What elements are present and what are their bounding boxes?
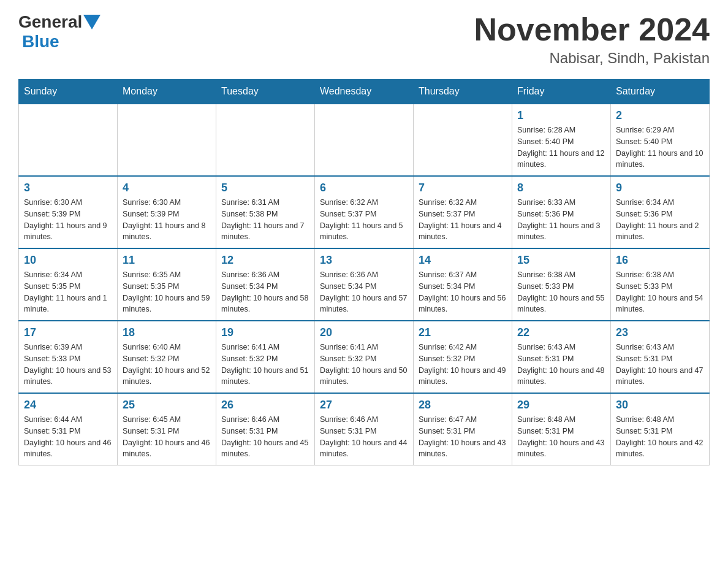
day-number: 20 bbox=[320, 326, 408, 339]
calendar-cell: 10Sunrise: 6:34 AMSunset: 5:35 PMDayligh… bbox=[19, 248, 118, 321]
calendar-cell: 14Sunrise: 6:37 AMSunset: 5:34 PMDayligh… bbox=[414, 248, 512, 321]
calendar-cell: 4Sunrise: 6:30 AMSunset: 5:39 PMDaylight… bbox=[118, 176, 216, 248]
calendar-cell: 23Sunrise: 6:43 AMSunset: 5:31 PMDayligh… bbox=[611, 321, 710, 393]
day-info: Sunrise: 6:48 AMSunset: 5:31 PMDaylight:… bbox=[616, 414, 704, 460]
calendar-cell: 5Sunrise: 6:31 AMSunset: 5:38 PMDaylight… bbox=[216, 176, 315, 248]
calendar-cell: 19Sunrise: 6:41 AMSunset: 5:32 PMDayligh… bbox=[216, 321, 315, 393]
weekday-header-wednesday: Wednesday bbox=[315, 80, 414, 104]
day-info: Sunrise: 6:34 AMSunset: 5:35 PMDaylight:… bbox=[24, 269, 112, 315]
day-number: 21 bbox=[419, 326, 507, 339]
calendar-cell: 12Sunrise: 6:36 AMSunset: 5:34 PMDayligh… bbox=[216, 248, 315, 321]
day-info: Sunrise: 6:43 AMSunset: 5:31 PMDaylight:… bbox=[517, 342, 605, 388]
calendar-cell bbox=[315, 104, 414, 176]
calendar-cell: 17Sunrise: 6:39 AMSunset: 5:33 PMDayligh… bbox=[19, 321, 118, 393]
logo: General Blue bbox=[18, 12, 100, 52]
calendar-cell bbox=[414, 104, 512, 176]
calendar-cell: 3Sunrise: 6:30 AMSunset: 5:39 PMDaylight… bbox=[19, 176, 118, 248]
calendar-cell bbox=[216, 104, 315, 176]
day-number: 10 bbox=[24, 254, 112, 267]
day-info: Sunrise: 6:48 AMSunset: 5:31 PMDaylight:… bbox=[517, 414, 605, 460]
week-row-5: 24Sunrise: 6:44 AMSunset: 5:31 PMDayligh… bbox=[19, 393, 710, 465]
day-info: Sunrise: 6:36 AMSunset: 5:34 PMDaylight:… bbox=[221, 269, 309, 315]
day-info: Sunrise: 6:40 AMSunset: 5:32 PMDaylight:… bbox=[123, 342, 211, 388]
day-info: Sunrise: 6:30 AMSunset: 5:39 PMDaylight:… bbox=[24, 197, 112, 243]
day-info: Sunrise: 6:37 AMSunset: 5:34 PMDaylight:… bbox=[419, 269, 507, 315]
logo-triangle-icon bbox=[83, 15, 100, 29]
day-number: 29 bbox=[517, 399, 605, 412]
day-number: 5 bbox=[221, 182, 309, 194]
calendar-cell: 21Sunrise: 6:42 AMSunset: 5:32 PMDayligh… bbox=[414, 321, 512, 393]
day-info: Sunrise: 6:33 AMSunset: 5:36 PMDaylight:… bbox=[517, 197, 605, 243]
day-number: 7 bbox=[419, 182, 507, 194]
weekday-header-friday: Friday bbox=[512, 80, 611, 104]
day-info: Sunrise: 6:44 AMSunset: 5:31 PMDaylight:… bbox=[24, 414, 112, 460]
calendar-cell: 24Sunrise: 6:44 AMSunset: 5:31 PMDayligh… bbox=[19, 393, 118, 465]
week-row-1: 1Sunrise: 6:28 AMSunset: 5:40 PMDaylight… bbox=[19, 104, 710, 176]
day-number: 28 bbox=[419, 399, 507, 412]
day-number: 25 bbox=[123, 399, 211, 412]
day-number: 4 bbox=[123, 182, 211, 194]
day-info: Sunrise: 6:38 AMSunset: 5:33 PMDaylight:… bbox=[517, 269, 605, 315]
day-info: Sunrise: 6:43 AMSunset: 5:31 PMDaylight:… bbox=[616, 342, 704, 388]
weekday-header-thursday: Thursday bbox=[414, 80, 512, 104]
calendar-cell: 22Sunrise: 6:43 AMSunset: 5:31 PMDayligh… bbox=[512, 321, 611, 393]
calendar-cell: 20Sunrise: 6:41 AMSunset: 5:32 PMDayligh… bbox=[315, 321, 414, 393]
calendar-cell: 18Sunrise: 6:40 AMSunset: 5:32 PMDayligh… bbox=[118, 321, 216, 393]
title-block: November 2024 Nabisar, Sindh, Pakistan bbox=[474, 12, 710, 67]
calendar-cell: 2Sunrise: 6:29 AMSunset: 5:40 PMDaylight… bbox=[611, 104, 710, 176]
day-info: Sunrise: 6:34 AMSunset: 5:36 PMDaylight:… bbox=[616, 197, 704, 243]
day-info: Sunrise: 6:35 AMSunset: 5:35 PMDaylight:… bbox=[123, 269, 211, 315]
day-number: 19 bbox=[221, 326, 309, 339]
day-info: Sunrise: 6:32 AMSunset: 5:37 PMDaylight:… bbox=[419, 197, 507, 243]
calendar-cell: 16Sunrise: 6:38 AMSunset: 5:33 PMDayligh… bbox=[611, 248, 710, 321]
day-number: 22 bbox=[517, 326, 605, 339]
calendar-cell: 27Sunrise: 6:46 AMSunset: 5:31 PMDayligh… bbox=[315, 393, 414, 465]
calendar-cell: 28Sunrise: 6:47 AMSunset: 5:31 PMDayligh… bbox=[414, 393, 512, 465]
weekday-header-saturday: Saturday bbox=[611, 80, 710, 104]
calendar-cell: 6Sunrise: 6:32 AMSunset: 5:37 PMDaylight… bbox=[315, 176, 414, 248]
day-number: 9 bbox=[616, 182, 704, 194]
logo-general-text: General bbox=[18, 12, 82, 32]
day-number: 16 bbox=[616, 254, 704, 267]
day-info: Sunrise: 6:47 AMSunset: 5:31 PMDaylight:… bbox=[419, 414, 507, 460]
day-info: Sunrise: 6:31 AMSunset: 5:38 PMDaylight:… bbox=[221, 197, 309, 243]
day-number: 1 bbox=[517, 109, 605, 122]
day-info: Sunrise: 6:30 AMSunset: 5:39 PMDaylight:… bbox=[123, 197, 211, 243]
day-number: 12 bbox=[221, 254, 309, 267]
day-number: 11 bbox=[123, 254, 211, 267]
day-number: 13 bbox=[320, 254, 408, 267]
day-number: 24 bbox=[24, 399, 112, 412]
calendar-cell: 7Sunrise: 6:32 AMSunset: 5:37 PMDaylight… bbox=[414, 176, 512, 248]
day-number: 15 bbox=[517, 254, 605, 267]
calendar-cell: 15Sunrise: 6:38 AMSunset: 5:33 PMDayligh… bbox=[512, 248, 611, 321]
day-info: Sunrise: 6:41 AMSunset: 5:32 PMDaylight:… bbox=[320, 342, 408, 388]
calendar-cell: 26Sunrise: 6:46 AMSunset: 5:31 PMDayligh… bbox=[216, 393, 315, 465]
day-info: Sunrise: 6:36 AMSunset: 5:34 PMDaylight:… bbox=[320, 269, 408, 315]
week-row-3: 10Sunrise: 6:34 AMSunset: 5:35 PMDayligh… bbox=[19, 248, 710, 321]
day-number: 17 bbox=[24, 326, 112, 339]
calendar-cell: 13Sunrise: 6:36 AMSunset: 5:34 PMDayligh… bbox=[315, 248, 414, 321]
weekday-header-tuesday: Tuesday bbox=[216, 80, 315, 104]
day-info: Sunrise: 6:42 AMSunset: 5:32 PMDaylight:… bbox=[419, 342, 507, 388]
week-row-4: 17Sunrise: 6:39 AMSunset: 5:33 PMDayligh… bbox=[19, 321, 710, 393]
day-number: 14 bbox=[419, 254, 507, 267]
page-header: General Blue November 2024 Nabisar, Sind… bbox=[18, 12, 710, 67]
calendar-cell bbox=[19, 104, 118, 176]
day-number: 8 bbox=[517, 182, 605, 194]
day-info: Sunrise: 6:45 AMSunset: 5:31 PMDaylight:… bbox=[123, 414, 211, 460]
calendar-cell: 8Sunrise: 6:33 AMSunset: 5:36 PMDaylight… bbox=[512, 176, 611, 248]
calendar-cell: 1Sunrise: 6:28 AMSunset: 5:40 PMDaylight… bbox=[512, 104, 611, 176]
calendar-subtitle: Nabisar, Sindh, Pakistan bbox=[474, 50, 710, 67]
day-number: 2 bbox=[616, 109, 704, 122]
day-number: 26 bbox=[221, 399, 309, 412]
day-info: Sunrise: 6:41 AMSunset: 5:32 PMDaylight:… bbox=[221, 342, 309, 388]
calendar-cell: 29Sunrise: 6:48 AMSunset: 5:31 PMDayligh… bbox=[512, 393, 611, 465]
day-number: 3 bbox=[24, 182, 112, 194]
calendar-title: November 2024 bbox=[474, 12, 710, 47]
calendar-cell: 25Sunrise: 6:45 AMSunset: 5:31 PMDayligh… bbox=[118, 393, 216, 465]
day-info: Sunrise: 6:29 AMSunset: 5:40 PMDaylight:… bbox=[616, 124, 704, 170]
day-info: Sunrise: 6:39 AMSunset: 5:33 PMDaylight:… bbox=[24, 342, 112, 388]
calendar-cell: 11Sunrise: 6:35 AMSunset: 5:35 PMDayligh… bbox=[118, 248, 216, 321]
calendar-cell: 30Sunrise: 6:48 AMSunset: 5:31 PMDayligh… bbox=[611, 393, 710, 465]
day-number: 27 bbox=[320, 399, 408, 412]
